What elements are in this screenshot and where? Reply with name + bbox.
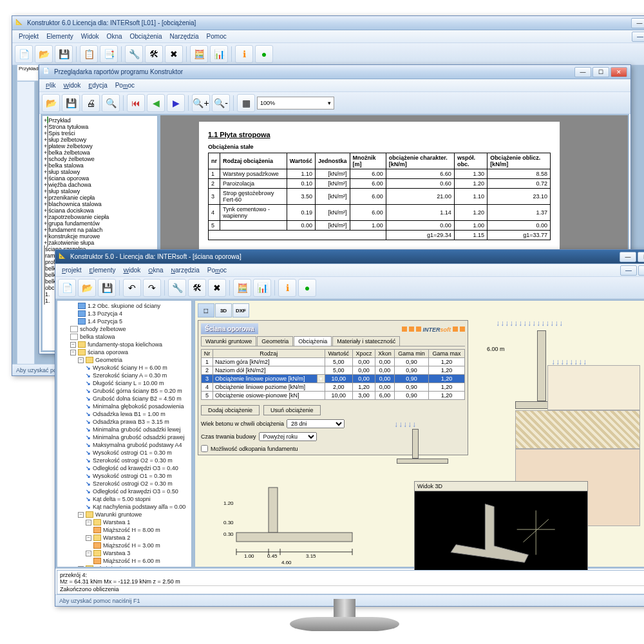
add-load-button[interactable]: Dodaj obciążenie bbox=[201, 405, 260, 415]
menu-widok[interactable]: Widok bbox=[77, 32, 103, 41]
help-icon[interactable]: ℹ bbox=[235, 45, 253, 63]
mdi-minimize-button[interactable]: — bbox=[620, 265, 637, 276]
preview-icon[interactable]: 🔍 bbox=[102, 94, 120, 112]
delete-icon[interactable]: ✖ bbox=[165, 45, 183, 63]
zoom-combo[interactable]: 100%▾ bbox=[257, 97, 334, 109]
open-icon[interactable]: 📂 bbox=[78, 279, 96, 297]
tree-node[interactable]: ↘Wysokość ściany H = 6.00 m bbox=[59, 364, 190, 372]
tree-node[interactable]: schody żelbetowe bbox=[59, 325, 190, 333]
tree-node[interactable]: +słup stalowy bbox=[44, 169, 156, 175]
nav-prev-icon[interactable]: ◀ bbox=[147, 94, 165, 112]
tab-materialy[interactable]: Materiały i stateczność bbox=[332, 336, 400, 346]
tree-node[interactable]: ↘Minimalna głębokość posadowienia bbox=[59, 402, 190, 410]
view-2d-button[interactable]: ⬚ bbox=[198, 303, 214, 317]
tree-node[interactable]: −Warstwa 3 bbox=[59, 549, 190, 557]
tree-node[interactable]: Miąższość H = 6.00 m bbox=[59, 557, 190, 565]
about-icon[interactable]: ● bbox=[298, 279, 316, 297]
tree-node[interactable]: +belka żelbetowa bbox=[44, 149, 156, 156]
tree-node[interactable]: +konstrukcje murowe bbox=[44, 233, 156, 240]
tree-node[interactable]: ↘Grubość dolna ściany B2 = 4.50 m bbox=[59, 395, 190, 402]
tab-geometria[interactable]: Geometria bbox=[257, 336, 293, 346]
tree-node[interactable]: −Obciążenia bbox=[59, 565, 190, 567]
tree-node[interactable]: ↘Szerokość ostrogi O2 = 0.30 m bbox=[59, 457, 190, 464]
tree-node[interactable]: +schody żelbetowe bbox=[44, 156, 156, 162]
tree-node[interactable]: 1.2 Obc. skupione od ściany bbox=[59, 302, 190, 310]
menu-okna[interactable]: Okna bbox=[144, 265, 167, 275]
view-dxf-button[interactable]: DXF bbox=[232, 303, 249, 317]
open-icon[interactable]: 📂 bbox=[42, 94, 60, 112]
save-icon[interactable]: 💾 bbox=[98, 279, 116, 297]
menu-plik[interactable]: Plik bbox=[42, 80, 59, 90]
calc-icon[interactable]: 🧮 bbox=[190, 45, 208, 63]
tree-node[interactable]: ↘Odsadzka lewa B1 = 1.00 m bbox=[59, 410, 190, 418]
tree-node[interactable]: −Warstwa 2 bbox=[59, 534, 190, 542]
zoom-out-icon[interactable]: 🔍- bbox=[212, 94, 230, 112]
report-icon[interactable]: 📊 bbox=[210, 45, 228, 63]
wiek-select[interactable]: 28 dni bbox=[287, 419, 345, 428]
menu-elementy[interactable]: Elementy bbox=[85, 265, 119, 275]
mdi-minimize-button[interactable]: — bbox=[632, 32, 644, 42]
tree-node[interactable]: +więźba dachowa bbox=[44, 182, 156, 188]
tree-node[interactable]: +przenikanie ciepła bbox=[44, 194, 156, 201]
minimize-button[interactable]: — bbox=[574, 67, 591, 77]
menu-okna[interactable]: Okna bbox=[103, 32, 126, 41]
tree-node[interactable]: ↘Wysokość ostrogi O1 = 0.30 m bbox=[59, 472, 190, 480]
print-icon[interactable]: 🖨 bbox=[82, 94, 100, 112]
tree-node[interactable]: +belka stalowa bbox=[44, 162, 156, 169]
tree-node[interactable]: −ściana oporowa bbox=[59, 348, 190, 356]
tree-node[interactable]: +grupa fundamentów bbox=[44, 220, 156, 227]
tree-node[interactable]: ↘Odległość od krawędzi O3 = 0.40 bbox=[59, 464, 190, 472]
calc-icon[interactable]: 🧮 bbox=[233, 279, 251, 297]
minimize-button[interactable]: — bbox=[620, 252, 636, 262]
tree-node[interactable]: +Przykład bbox=[44, 117, 156, 124]
tree-node[interactable]: +fundament na palach bbox=[44, 227, 156, 233]
redo-icon[interactable]: ↷ bbox=[143, 279, 161, 297]
delete-icon[interactable]: ✖ bbox=[208, 279, 226, 297]
paste-icon[interactable]: 📑 bbox=[100, 45, 118, 63]
odkopanie-checkbox[interactable] bbox=[201, 445, 208, 452]
tree-node[interactable]: Miąższość H = 3.00 m bbox=[59, 542, 190, 549]
tree-node[interactable]: ↘Kąt delta = 5.00 stopni bbox=[59, 495, 190, 503]
tree-node[interactable]: −Warunki gruntowe bbox=[59, 511, 190, 518]
tree-node[interactable]: belka stalowa bbox=[59, 333, 190, 341]
nav-first-icon[interactable]: ⏮ bbox=[127, 94, 145, 112]
menu-widok[interactable]: Widok bbox=[120, 265, 145, 275]
tree-node[interactable]: +słup żelbetowy bbox=[44, 137, 156, 143]
menu-narzedzia[interactable]: Narzędzia bbox=[167, 265, 204, 275]
tree-node[interactable]: ↘Minimalna grubość odsadzki prawej bbox=[59, 433, 190, 441]
save-icon[interactable]: 💾 bbox=[55, 45, 73, 63]
tree-node[interactable]: +płatew żelbetowy bbox=[44, 143, 156, 149]
tree-node[interactable]: +zapotrzebowanie ciepła bbox=[44, 214, 156, 220]
tree-node[interactable]: +blachownica stalowa bbox=[44, 201, 156, 207]
undo-icon[interactable]: ↶ bbox=[123, 279, 141, 297]
tree-node[interactable]: +ściana oporowa bbox=[44, 175, 156, 182]
tree-node[interactable]: ↘Szerokość ściany A = 0.30 m bbox=[59, 372, 190, 379]
tree-node[interactable]: 1.4 Pozycja 5 bbox=[59, 317, 190, 325]
tool-icon[interactable]: 🔧 bbox=[168, 279, 186, 297]
save-icon[interactable]: 💾 bbox=[62, 94, 80, 112]
new-icon[interactable]: 📄 bbox=[15, 45, 33, 63]
tab-obciazenia[interactable]: Obciążenia bbox=[294, 336, 332, 346]
tree-node[interactable]: ↘Długość ściany L = 10.00 m bbox=[59, 379, 190, 387]
menu-projekt[interactable]: Projekt bbox=[15, 32, 43, 41]
maximize-button[interactable]: ☐ bbox=[638, 252, 644, 262]
report-icon[interactable]: 📊 bbox=[253, 279, 271, 297]
tree-node[interactable]: ↘Odległość od krawędzi O3 = 0.50 bbox=[59, 488, 190, 495]
tree-node[interactable]: ↘Minimalna grubość odsadzki lewej bbox=[59, 426, 190, 433]
tree-node[interactable]: −Geometria bbox=[59, 356, 190, 364]
mdi-restore-button[interactable]: ❐ bbox=[638, 265, 644, 276]
delete-load-button[interactable]: Usuń obciążenie bbox=[263, 405, 321, 415]
tree-node[interactable]: +słup stalowy bbox=[44, 188, 156, 194]
menu-narzedzia[interactable]: Narzędzia bbox=[166, 32, 203, 41]
tree-node[interactable]: ↘Maksymalna grubość podstawy A4 bbox=[59, 441, 190, 449]
tool-icon[interactable]: 🔧 bbox=[125, 45, 143, 63]
tree-node[interactable]: ↘Wysokość ostrogi O1 = 0.30 m bbox=[59, 449, 190, 457]
tree-node[interactable]: +Strona tytułowa bbox=[44, 124, 156, 130]
tree-node[interactable]: −Warstwa 1 bbox=[59, 518, 190, 526]
copy-icon[interactable]: 📋 bbox=[80, 45, 98, 63]
menu-pomoc[interactable]: Pomoc bbox=[111, 80, 138, 90]
menu-widok[interactable]: Widok bbox=[59, 80, 84, 90]
maximize-button[interactable]: ☐ bbox=[592, 67, 609, 77]
menu-obciazenia[interactable]: Obciążenia bbox=[126, 32, 166, 41]
menu-edycja[interactable]: Edycja bbox=[84, 80, 111, 90]
